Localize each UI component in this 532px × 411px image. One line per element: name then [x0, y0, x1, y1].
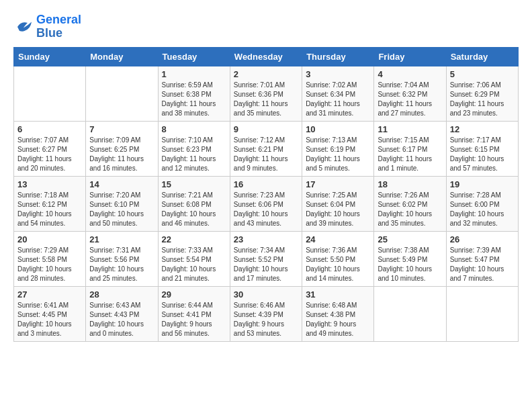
day-cell: 24Sunrise: 7:36 AM Sunset: 5:50 PM Dayli… [302, 231, 374, 286]
day-detail: Sunrise: 6:48 AM Sunset: 4:38 PM Dayligh… [306, 301, 370, 338]
day-cell: 30Sunrise: 6:46 AM Sunset: 4:39 PM Dayli… [230, 286, 302, 341]
day-cell: 8Sunrise: 7:10 AM Sunset: 6:23 PM Daylig… [158, 121, 230, 176]
day-detail: Sunrise: 7:23 AM Sunset: 6:06 PM Dayligh… [234, 191, 298, 228]
header-wednesday: Wednesday [230, 47, 302, 66]
week-row-2: 6Sunrise: 7:07 AM Sunset: 6:27 PM Daylig… [14, 121, 519, 176]
day-detail: Sunrise: 7:17 AM Sunset: 6:15 PM Dayligh… [450, 136, 515, 173]
day-detail: Sunrise: 7:34 AM Sunset: 5:52 PM Dayligh… [234, 246, 298, 283]
day-number: 6 [17, 124, 82, 134]
page-header: General Blue [13, 13, 519, 40]
day-detail: Sunrise: 7:10 AM Sunset: 6:23 PM Dayligh… [162, 136, 226, 173]
day-cell: 2Sunrise: 7:01 AM Sunset: 6:36 PM Daylig… [230, 66, 302, 121]
day-cell: 25Sunrise: 7:38 AM Sunset: 5:49 PM Dayli… [374, 231, 446, 286]
day-number: 25 [378, 234, 442, 244]
day-detail: Sunrise: 6:43 AM Sunset: 4:43 PM Dayligh… [89, 301, 154, 338]
day-number: 22 [162, 234, 226, 244]
week-row-4: 20Sunrise: 7:29 AM Sunset: 5:58 PM Dayli… [14, 231, 519, 286]
day-cell: 4Sunrise: 7:04 AM Sunset: 6:32 PM Daylig… [374, 66, 446, 121]
day-cell [374, 286, 446, 341]
week-row-5: 27Sunrise: 6:41 AM Sunset: 4:45 PM Dayli… [14, 286, 519, 341]
day-detail: Sunrise: 7:25 AM Sunset: 6:04 PM Dayligh… [306, 191, 370, 228]
day-number: 28 [89, 289, 154, 300]
day-cell: 29Sunrise: 6:44 AM Sunset: 4:41 PM Dayli… [158, 286, 230, 341]
day-number: 15 [162, 179, 226, 189]
day-cell: 31Sunrise: 6:48 AM Sunset: 4:38 PM Dayli… [302, 286, 374, 341]
day-cell: 17Sunrise: 7:25 AM Sunset: 6:04 PM Dayli… [302, 176, 374, 231]
day-detail: Sunrise: 7:36 AM Sunset: 5:50 PM Dayligh… [306, 246, 370, 283]
header-friday: Friday [374, 47, 446, 66]
day-detail: Sunrise: 7:04 AM Sunset: 6:32 PM Dayligh… [378, 81, 442, 118]
header-saturday: Saturday [446, 47, 518, 66]
day-cell: 16Sunrise: 7:23 AM Sunset: 6:06 PM Dayli… [230, 176, 302, 231]
day-number: 11 [378, 124, 442, 134]
day-cell: 27Sunrise: 6:41 AM Sunset: 4:45 PM Dayli… [14, 286, 86, 341]
week-row-3: 13Sunrise: 7:18 AM Sunset: 6:12 PM Dayli… [14, 176, 519, 231]
day-number: 7 [89, 124, 154, 134]
day-cell: 10Sunrise: 7:13 AM Sunset: 6:19 PM Dayli… [302, 121, 374, 176]
day-number: 31 [306, 289, 370, 300]
day-cell: 3Sunrise: 7:02 AM Sunset: 6:34 PM Daylig… [302, 66, 374, 121]
day-cell: 7Sunrise: 7:09 AM Sunset: 6:25 PM Daylig… [86, 121, 158, 176]
day-number: 29 [162, 289, 226, 300]
day-number: 13 [17, 179, 82, 189]
day-cell [14, 66, 86, 121]
day-number: 19 [450, 179, 515, 189]
day-detail: Sunrise: 7:31 AM Sunset: 5:56 PM Dayligh… [89, 246, 154, 283]
day-cell [446, 286, 518, 341]
day-cell: 13Sunrise: 7:18 AM Sunset: 6:12 PM Dayli… [14, 176, 86, 231]
day-cell: 20Sunrise: 7:29 AM Sunset: 5:58 PM Dayli… [14, 231, 86, 286]
day-cell: 26Sunrise: 7:39 AM Sunset: 5:47 PM Dayli… [446, 231, 518, 286]
day-number: 3 [306, 69, 370, 79]
day-cell: 6Sunrise: 7:07 AM Sunset: 6:27 PM Daylig… [14, 121, 86, 176]
day-detail: Sunrise: 7:39 AM Sunset: 5:47 PM Dayligh… [450, 246, 515, 283]
day-number: 23 [234, 234, 298, 244]
day-detail: Sunrise: 7:21 AM Sunset: 6:08 PM Dayligh… [162, 191, 226, 228]
header-thursday: Thursday [302, 47, 374, 66]
day-cell: 19Sunrise: 7:28 AM Sunset: 6:00 PM Dayli… [446, 176, 518, 231]
calendar-table: SundayMondayTuesdayWednesdayThursdayFrid… [13, 47, 519, 342]
day-detail: Sunrise: 7:13 AM Sunset: 6:19 PM Dayligh… [306, 136, 370, 173]
day-detail: Sunrise: 6:59 AM Sunset: 6:38 PM Dayligh… [162, 81, 226, 118]
day-detail: Sunrise: 7:12 AM Sunset: 6:21 PM Dayligh… [234, 136, 298, 173]
day-detail: Sunrise: 7:18 AM Sunset: 6:12 PM Dayligh… [17, 191, 82, 228]
day-number: 4 [378, 69, 442, 79]
day-detail: Sunrise: 7:28 AM Sunset: 6:00 PM Dayligh… [450, 191, 515, 228]
day-number: 24 [306, 234, 370, 244]
header-tuesday: Tuesday [158, 47, 230, 66]
day-detail: Sunrise: 7:02 AM Sunset: 6:34 PM Dayligh… [306, 81, 370, 118]
day-number: 20 [17, 234, 82, 244]
day-detail: Sunrise: 7:15 AM Sunset: 6:17 PM Dayligh… [378, 136, 442, 173]
day-cell: 23Sunrise: 7:34 AM Sunset: 5:52 PM Dayli… [230, 231, 302, 286]
day-number: 12 [450, 124, 515, 134]
day-cell: 15Sunrise: 7:21 AM Sunset: 6:08 PM Dayli… [158, 176, 230, 231]
day-detail: Sunrise: 7:09 AM Sunset: 6:25 PM Dayligh… [89, 136, 154, 173]
day-number: 27 [17, 289, 82, 300]
day-number: 2 [234, 69, 298, 79]
day-number: 17 [306, 179, 370, 189]
logo-icon [13, 17, 34, 37]
logo-text: General Blue [36, 13, 81, 40]
day-detail: Sunrise: 6:41 AM Sunset: 4:45 PM Dayligh… [17, 301, 82, 338]
day-number: 26 [450, 234, 515, 244]
day-number: 8 [162, 124, 226, 134]
day-detail: Sunrise: 7:07 AM Sunset: 6:27 PM Dayligh… [17, 136, 82, 173]
day-detail: Sunrise: 7:33 AM Sunset: 5:54 PM Dayligh… [162, 246, 226, 283]
day-number: 5 [450, 69, 515, 79]
header-sunday: Sunday [14, 47, 86, 66]
day-detail: Sunrise: 6:46 AM Sunset: 4:39 PM Dayligh… [234, 301, 298, 338]
day-cell: 5Sunrise: 7:06 AM Sunset: 6:29 PM Daylig… [446, 66, 518, 121]
day-cell: 9Sunrise: 7:12 AM Sunset: 6:21 PM Daylig… [230, 121, 302, 176]
day-detail: Sunrise: 7:26 AM Sunset: 6:02 PM Dayligh… [378, 191, 442, 228]
week-row-1: 1Sunrise: 6:59 AM Sunset: 6:38 PM Daylig… [14, 66, 519, 121]
calendar-header-row: SundayMondayTuesdayWednesdayThursdayFrid… [14, 47, 519, 66]
day-number: 30 [234, 289, 298, 300]
header-monday: Monday [86, 47, 158, 66]
day-detail: Sunrise: 6:44 AM Sunset: 4:41 PM Dayligh… [162, 301, 226, 338]
day-cell: 22Sunrise: 7:33 AM Sunset: 5:54 PM Dayli… [158, 231, 230, 286]
day-cell: 14Sunrise: 7:20 AM Sunset: 6:10 PM Dayli… [86, 176, 158, 231]
day-number: 18 [378, 179, 442, 189]
day-cell: 28Sunrise: 6:43 AM Sunset: 4:43 PM Dayli… [86, 286, 158, 341]
day-detail: Sunrise: 7:06 AM Sunset: 6:29 PM Dayligh… [450, 81, 515, 118]
day-number: 16 [234, 179, 298, 189]
day-number: 1 [162, 69, 226, 79]
